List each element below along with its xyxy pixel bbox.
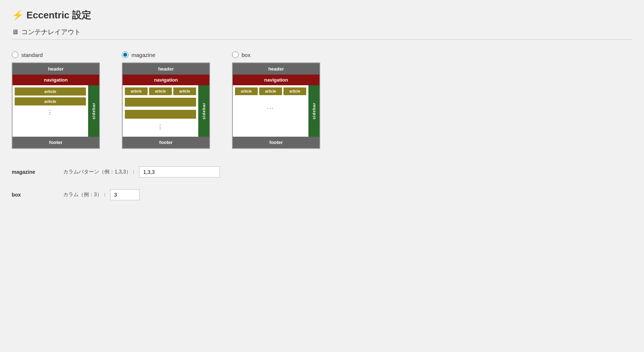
setting-label-magazine: magazine <box>12 169 63 175</box>
diag-article-cols-box: article article article <box>235 87 306 95</box>
diag-article-b2: article <box>259 87 282 95</box>
radio-row-magazine[interactable]: magazine <box>122 51 155 58</box>
diag-article-m2: article <box>149 87 172 95</box>
diag-article-m3: article <box>173 87 196 95</box>
diag-main-box: article article article ... <box>233 85 308 137</box>
diag-body-magazine: article article article ⋮ sidebar <box>123 85 209 137</box>
diag-main-standard: article article ⋮ <box>12 85 88 137</box>
radio-label-magazine[interactable]: magazine <box>131 52 155 58</box>
diag-sidebar-standard: sidebar <box>88 85 99 137</box>
diag-nav-standard: navigation <box>12 75 99 85</box>
diag-nav-magazine: navigation <box>123 75 209 85</box>
diag-dots-box: ... <box>235 102 306 112</box>
radio-row-box[interactable]: box <box>232 51 250 58</box>
diag-header-standard: header <box>12 63 99 75</box>
magazine-column-pattern-input[interactable] <box>139 166 220 177</box>
diag-sidebar-magazine: sidebar <box>198 85 209 137</box>
diag-body-standard: article article ⋮ sidebar <box>12 85 99 137</box>
setting-label-box: box <box>12 192 63 198</box>
page-title: ⚡ Eccentric 設定 <box>12 9 632 22</box>
diag-wide-1 <box>125 98 196 107</box>
diag-article-cols-magazine: article article article <box>125 87 196 95</box>
diag-nav-box: navigation <box>233 75 319 85</box>
diag-article-m1: article <box>125 87 148 95</box>
setting-control-box: カラム（例：3）： <box>63 189 140 200</box>
diag-article-1: article <box>15 87 86 96</box>
settings-section: magazine カラムパターン（例：1,3,3）： box カラム（例：3）： <box>12 166 632 200</box>
diagram-magazine: header navigation article article articl… <box>122 62 210 149</box>
diag-article-2: article <box>15 97 86 105</box>
layout-option-standard: standard header navigation article artic… <box>12 51 100 149</box>
monitor-icon: 🖥 <box>12 28 18 36</box>
diag-footer-box: footer <box>233 137 319 148</box>
layout-option-box: box header navigation article article ar… <box>232 51 320 149</box>
magazine-field-label: カラムパターン（例：1,3,3）： <box>63 169 136 175</box>
diag-footer-standard: footer <box>12 137 99 148</box>
radio-magazine[interactable] <box>122 51 129 58</box>
diag-dots-standard: ⋮ <box>15 107 86 117</box>
setting-row-magazine: magazine カラムパターン（例：1,3,3）： <box>12 166 632 177</box>
bolt-icon: ⚡ <box>12 10 23 21</box>
diag-main-magazine: article article article ⋮ <box>123 85 198 137</box>
layout-option-magazine: magazine header navigation article artic… <box>122 51 210 149</box>
radio-box[interactable] <box>232 51 239 58</box>
diag-article-b3: article <box>283 87 306 95</box>
layout-options: standard header navigation article artic… <box>12 51 632 149</box>
radio-label-box[interactable]: box <box>242 52 250 58</box>
radio-row-standard[interactable]: standard <box>12 51 43 58</box>
diag-header-magazine: header <box>123 63 209 75</box>
box-column-input[interactable] <box>110 189 140 200</box>
radio-standard[interactable] <box>12 51 18 58</box>
section-title: 🖥 コンテナレイアウト <box>12 28 632 36</box>
diagram-box: header navigation article article articl… <box>232 62 320 149</box>
diagram-standard: header navigation article article ⋮ side… <box>12 62 100 149</box>
diag-body-box: article article article ... sidebar <box>233 85 319 137</box>
diag-wide-2 <box>125 110 196 119</box>
setting-row-box: box カラム（例：3）： <box>12 189 632 200</box>
radio-label-standard[interactable]: standard <box>21 52 43 58</box>
diag-article-b1: article <box>235 87 258 95</box>
diag-footer-magazine: footer <box>123 137 209 148</box>
diag-header-box: header <box>233 63 319 75</box>
setting-control-magazine: カラムパターン（例：1,3,3）： <box>63 166 220 177</box>
diag-dots-magazine: ⋮ <box>125 122 196 132</box>
diag-sidebar-box: sidebar <box>308 85 319 137</box>
box-field-label: カラム（例：3）： <box>63 191 107 198</box>
